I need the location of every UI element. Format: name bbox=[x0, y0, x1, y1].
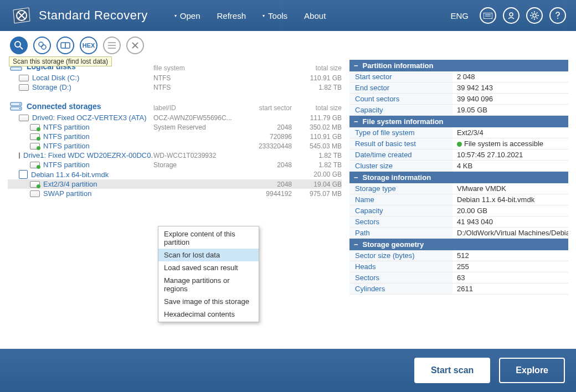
partition-row[interactable]: NTFS partitionSystem Reserved2048350.02 … bbox=[8, 122, 342, 132]
info-value: 39 942 143 bbox=[452, 82, 568, 93]
partition-row[interactable]: NTFS partitionStorage20481.82 TB bbox=[8, 160, 342, 169]
row-name: NTFS partition bbox=[43, 123, 90, 131]
scan-storage-button[interactable] bbox=[10, 37, 28, 54]
keyboard-icon[interactable] bbox=[480, 7, 496, 24]
user-icon[interactable] bbox=[503, 7, 520, 24]
row-label: System Reserved bbox=[153, 123, 242, 131]
main-menu: ▾Open Refresh ▾Tools About bbox=[174, 11, 326, 20]
row-start: 2048 bbox=[242, 161, 292, 169]
row-size: 110.91 GB bbox=[292, 133, 342, 141]
language-selector[interactable]: ENG bbox=[450, 11, 469, 20]
row-size: 350.02 MB bbox=[292, 123, 342, 131]
row-name: NTFS partition bbox=[43, 132, 90, 141]
info-key: Heads bbox=[349, 261, 452, 272]
section-title: Partition information bbox=[363, 61, 434, 70]
partition-icon bbox=[30, 143, 40, 149]
menu-tools[interactable]: ▾Tools bbox=[263, 11, 287, 20]
menu-open[interactable]: ▾Open bbox=[174, 11, 200, 20]
info-value: 255 bbox=[452, 261, 568, 272]
info-value: VMware VMDK bbox=[452, 183, 568, 194]
collapse-icon: − bbox=[354, 61, 358, 70]
header-right: ENG bbox=[450, 7, 566, 24]
info-section-header[interactable]: −Storage information bbox=[349, 172, 568, 183]
row-name: NTFS partition bbox=[43, 142, 90, 150]
row-start: 2048 bbox=[242, 123, 292, 131]
info-row: PathD:/OldWork/Virtual Machines/Debian 1 bbox=[349, 228, 568, 239]
info-key: Sectors bbox=[349, 216, 452, 227]
section-title: File system information bbox=[363, 117, 444, 126]
gear-icon[interactable] bbox=[526, 7, 543, 24]
svg-point-20 bbox=[39, 42, 43, 47]
content-area: Logical disks file system total size Loc… bbox=[0, 60, 576, 295]
info-key: Name bbox=[349, 194, 452, 205]
partition-row[interactable]: NTFS partition233320448545.03 MB bbox=[8, 141, 342, 151]
menu-about[interactable]: About bbox=[304, 11, 326, 20]
dropdown-arrow-icon: ▾ bbox=[174, 13, 177, 18]
resume-scan-button[interactable] bbox=[33, 37, 51, 54]
info-key: Date/time created bbox=[349, 149, 452, 160]
info-row: Heads255 bbox=[349, 261, 568, 272]
start-scan-button[interactable]: Start scan bbox=[414, 358, 490, 383]
info-row: Storage typeVMware VMDK bbox=[349, 183, 568, 194]
info-row: Sectors63 bbox=[349, 272, 568, 283]
manage-partitions-button[interactable] bbox=[56, 37, 74, 54]
app-title: Standard Recovery bbox=[39, 8, 148, 23]
help-icon[interactable] bbox=[549, 7, 566, 24]
partition-row[interactable]: SWAP partition9944192975.07 MB bbox=[8, 189, 342, 198]
info-row: Sectors41 943 040 bbox=[349, 216, 568, 228]
ctx-explore-content[interactable]: Explore content of this partition bbox=[158, 228, 259, 249]
info-row: Sector size (bytes)512 bbox=[349, 250, 568, 261]
info-key: Capacity bbox=[349, 105, 452, 115]
row-start: 9944192 bbox=[242, 190, 292, 198]
partition-icon bbox=[30, 124, 40, 131]
info-key: Count sectors bbox=[349, 94, 452, 104]
info-key: Path bbox=[349, 228, 452, 238]
info-value: 41 943 040 bbox=[452, 216, 568, 227]
logical-disk-row[interactable]: Local Disk (C:) NTFS 110.91 GB bbox=[8, 73, 342, 82]
row-size: 111.79 GB bbox=[292, 114, 342, 122]
app-logo-icon bbox=[10, 4, 32, 27]
connected-storages-header: Connected storages bbox=[8, 100, 153, 113]
explore-button[interactable]: Explore bbox=[499, 358, 565, 383]
info-value: 63 bbox=[452, 272, 568, 283]
ctx-save-image[interactable]: Save image of this storage bbox=[158, 295, 259, 308]
hex-view-button[interactable]: HEX bbox=[80, 37, 97, 54]
info-row: Capacity20.00 GB bbox=[349, 205, 568, 216]
info-value: File system is accessible bbox=[452, 138, 568, 149]
row-start: 720896 bbox=[242, 133, 292, 141]
info-section-header[interactable]: −Storage geometry bbox=[349, 239, 568, 250]
ctx-manage-partitions[interactable]: Manage partitions or regions bbox=[158, 274, 259, 295]
row-size: 975.07 MB bbox=[292, 190, 342, 198]
info-value: Debian 11.x 64-bit.vmdk bbox=[452, 194, 568, 205]
info-section-header[interactable]: −File system information bbox=[349, 116, 568, 127]
row-label: OCZ-AWNZ0FW55696C... bbox=[153, 114, 242, 122]
collapse-icon: − bbox=[354, 173, 358, 182]
list-view-button[interactable] bbox=[103, 37, 121, 54]
menu-refresh[interactable]: Refresh bbox=[217, 11, 246, 20]
row-start: 2048 bbox=[242, 180, 292, 188]
partition-icon bbox=[30, 133, 40, 140]
svg-point-8 bbox=[533, 14, 536, 17]
drive-icon bbox=[19, 115, 29, 121]
partition-row[interactable]: NTFS partition720896110.91 GB bbox=[8, 132, 342, 141]
storages-icon bbox=[10, 102, 22, 111]
ctx-load-scan-result[interactable]: Load saved scan result bbox=[158, 261, 259, 274]
row-name: Ext2/3/4 partition bbox=[43, 180, 97, 188]
drive-row[interactable]: Drive0: Fixed OCZ-VERTEX3 (ATA)OCZ-AWNZ0… bbox=[8, 113, 342, 122]
ctx-hex-contents[interactable]: Hexadecimal contents bbox=[158, 308, 259, 321]
partition-icon bbox=[30, 181, 40, 188]
logical-disk-row[interactable]: Storage (D:) NTFS 1.82 TB bbox=[8, 82, 342, 92]
drive-row[interactable]: Drive1: Fixed WDC WD20EZRX-00DC0...WD-WC… bbox=[8, 151, 342, 160]
tooltip: Scan this storage (find lost data) bbox=[9, 56, 112, 66]
row-label: Storage bbox=[153, 161, 242, 169]
collapse-icon: − bbox=[354, 240, 358, 249]
partition-row[interactable]: Ext2/3/4 partition204819.04 GB bbox=[8, 179, 342, 189]
partition-row[interactable]: Debian 11.x 64-bit.vmdk20.00 GB bbox=[8, 169, 342, 179]
info-key: Cluster size bbox=[349, 161, 452, 171]
vmdk-icon bbox=[19, 170, 28, 179]
ctx-scan-lost-data[interactable]: Scan for lost data bbox=[158, 249, 259, 261]
info-section-header[interactable]: −Partition information bbox=[349, 60, 568, 71]
close-button[interactable] bbox=[126, 37, 144, 54]
partition-icon bbox=[30, 162, 40, 168]
section-title: Storage geometry bbox=[363, 240, 424, 249]
